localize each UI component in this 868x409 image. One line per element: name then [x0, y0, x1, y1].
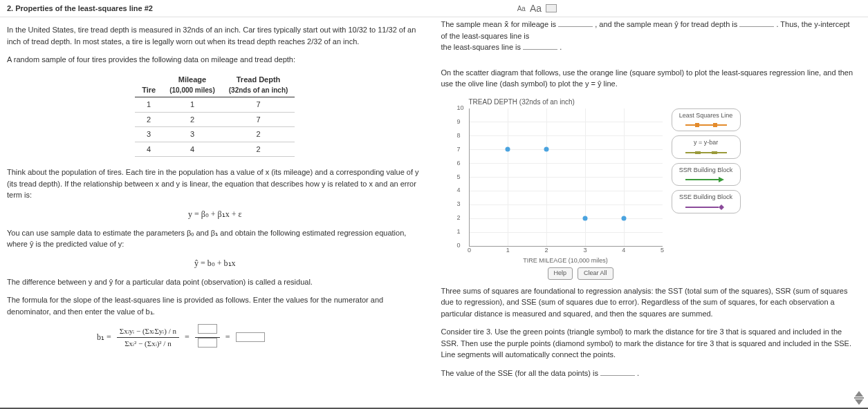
th-mileage: Mileage(10,000 miles): [163, 73, 222, 97]
data-point: [582, 216, 587, 220]
legend-ybar[interactable]: y = y-bar: [672, 135, 741, 159]
svg-marker-9: [719, 204, 724, 210]
topbar: 2. Properties of the least-squares line …: [0, 0, 868, 17]
svg-rect-1: [695, 123, 699, 127]
content-columns: In the United States, tire tread depth i…: [0, 17, 868, 408]
numerator-input[interactable]: [198, 324, 217, 334]
text-size-tools: Aa Aa: [517, 3, 557, 14]
population-paragraph: Think about the population of tires. Eac…: [7, 167, 423, 201]
scroll-down-icon[interactable]: [855, 399, 863, 405]
legend-ssr[interactable]: SSR Building Block: [672, 163, 741, 187]
equation-estimated: ŷ = b₀ + b₁x: [7, 257, 423, 269]
intercept-blank[interactable]: [523, 41, 557, 50]
b1-formula: b₁ = Σxᵢyᵢ − (ΣxᵢΣyᵢ) / n Σxᵢ² − (Σxᵢ)² …: [7, 324, 423, 350]
b1-result-input[interactable]: [236, 332, 265, 342]
table-row: 442: [135, 142, 295, 157]
left-column: In the United States, tire tread depth i…: [0, 17, 434, 408]
equation-population: y = β₀ + β₁x + ε: [7, 208, 423, 220]
svg-rect-5: [712, 151, 717, 154]
display-mode-icon[interactable]: [546, 4, 557, 12]
scroll-up-icon[interactable]: [855, 391, 863, 397]
intro-paragraph-2: A random sample of four tires provides t…: [7, 54, 423, 66]
sse-question: The value of the SSE (for all the data p…: [441, 368, 858, 379]
scroll-indicator[interactable]: [853, 390, 865, 406]
data-point: [544, 147, 549, 152]
sample-means-paragraph: The sample mean x̄ for mileage is , and …: [441, 19, 858, 53]
legend-sse[interactable]: SSE Building Block: [672, 190, 741, 213]
chart-legend: Least Squares Line y = y-bar SSR Buildin…: [672, 108, 741, 218]
plot-instruction: On the scatter diagram that follows, use…: [441, 67, 858, 90]
chart-y-title: TREAD DEPTH (32nds of an inch): [441, 97, 773, 107]
data-point: [621, 216, 626, 220]
scatter-chart[interactable]: TREAD DEPTH (32nds of an inch) 0 1 2 3 4…: [441, 97, 773, 280]
denominator-input[interactable]: [198, 338, 217, 348]
chart-x-label: TIRE MILEAGE (10,000 miles): [469, 256, 663, 266]
data-table: Tire Mileage(10,000 miles) Tread Depth(3…: [135, 73, 295, 158]
xbar-blank[interactable]: [558, 19, 593, 27]
table-row: 227: [135, 112, 295, 127]
legend-least-squares[interactable]: Least Squares Line: [672, 108, 741, 132]
clear-all-button[interactable]: Clear All: [578, 267, 613, 280]
text-smaller-icon[interactable]: Aa: [517, 5, 526, 12]
sse-blank[interactable]: [600, 368, 635, 376]
ybar-blank[interactable]: [739, 19, 774, 27]
svg-marker-7: [719, 177, 724, 182]
chart-buttons: Help Clear All: [545, 267, 773, 280]
residual-definition: The difference between y and ŷ for a par…: [7, 276, 423, 288]
table-row: 332: [135, 127, 295, 142]
estimation-paragraph: You can use sample data to estimate the …: [7, 227, 423, 250]
page-title: 2. Properties of the least-squares line …: [7, 4, 153, 12]
help-button[interactable]: Help: [548, 267, 573, 280]
svg-rect-2: [713, 123, 717, 127]
b1-fraction-symbolic: Σxᵢyᵢ − (ΣxᵢΣyᵢ) / n Σxᵢ² − (Σxᵢ)² / n: [117, 325, 179, 349]
slope-instruction: The formula for the slope of the least-s…: [7, 294, 423, 317]
sums-of-squares-paragraph: Three sums of squares are foundational t…: [441, 285, 858, 320]
b1-label: b₁ =: [97, 331, 111, 343]
b1-fraction-inputs: [195, 324, 220, 350]
right-column: The sample mean x̄ for mileage is , and …: [434, 17, 869, 408]
th-depth: Tread Depth(32nds of an inch): [222, 73, 295, 97]
svg-rect-4: [695, 151, 701, 154]
tire3-instruction: Consider tire 3. Use the green points (t…: [441, 326, 858, 361]
th-tire: Tire: [135, 73, 163, 97]
table-row: 117: [135, 97, 295, 113]
data-point: [506, 147, 510, 152]
chart-plot-area[interactable]: 0 1 2 3 4 5 6 7 8 9 10 0 1 2 3 4: [469, 108, 663, 247]
text-larger-icon[interactable]: Aa: [530, 3, 542, 14]
intro-paragraph-1: In the United States, tire tread depth i…: [7, 24, 423, 47]
